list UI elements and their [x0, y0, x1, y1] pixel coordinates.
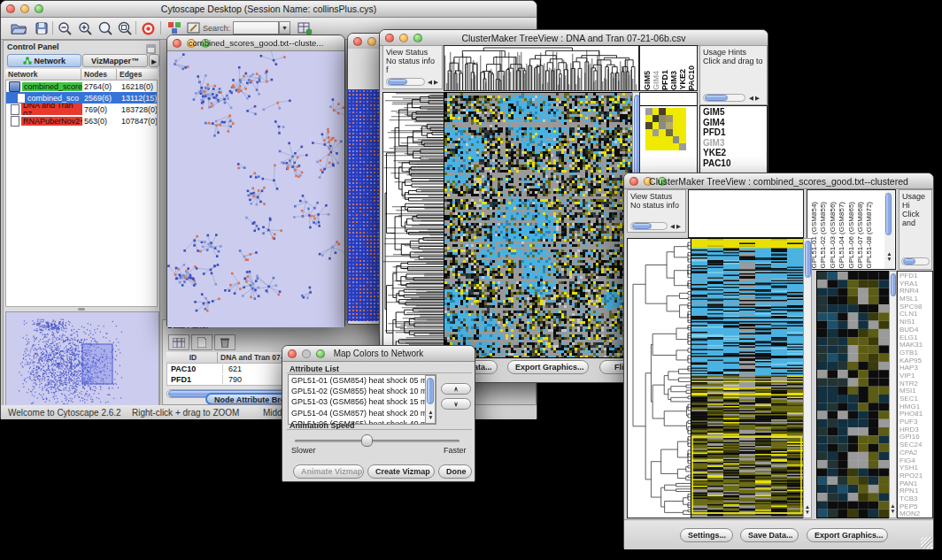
- gene-label[interactable]: PFD1: [703, 127, 767, 138]
- gene-label[interactable]: YKE2: [703, 148, 767, 158]
- column-label[interactable]: PAC10: [687, 65, 696, 90]
- matrix-cell[interactable]: [659, 108, 666, 115]
- save-data-button[interactable]: Save Data...: [740, 528, 799, 542]
- done-button[interactable]: Done: [438, 464, 472, 479]
- network-tree-row[interactable]: DNA and Tran 07 769(0) 183728(0): [6, 104, 157, 115]
- matrix-cell[interactable]: [659, 115, 666, 122]
- matrix-cell[interactable]: [645, 136, 652, 143]
- column-label[interactable]: GPL51-08 (GSM872): [865, 202, 874, 269]
- matrix-cell[interactable]: [673, 108, 680, 115]
- column-label[interactable]: GIM4: [652, 71, 660, 90]
- zoom-heatmap-vscrollbar[interactable]: ▲▼: [889, 271, 897, 518]
- network-graph-canvas[interactable]: [167, 51, 344, 327]
- search-input[interactable]: [233, 21, 279, 35]
- column-label[interactable]: GPL51-03 (GSM856): [829, 202, 838, 269]
- open-file-icon[interactable]: [10, 20, 27, 36]
- scroll-arrows[interactable]: ◀ ▶: [747, 96, 761, 101]
- save-icon[interactable]: [33, 20, 50, 36]
- matrix-cell[interactable]: [673, 115, 680, 122]
- zoom-out-icon[interactable]: [56, 20, 73, 36]
- column-label[interactable]: PFD1: [660, 70, 669, 90]
- resize-grip[interactable]: [921, 537, 932, 548]
- network-tree-row[interactable]: combined_scores 2764(0) 16218(0): [6, 81, 157, 92]
- heatmap-canvas[interactable]: [691, 238, 804, 518]
- matrix-cell[interactable]: [679, 108, 686, 115]
- gene-label[interactable]: MON2: [900, 510, 932, 518]
- settings-button[interactable]: Settings...: [680, 528, 733, 542]
- matrix-cell[interactable]: [659, 136, 666, 143]
- col-header-edges[interactable]: Edges: [117, 69, 158, 80]
- treeview2-window[interactable]: ClusterMaker TreeView : combined_scores_…: [623, 173, 934, 549]
- usage-hints-hscrollbar[interactable]: [901, 257, 930, 265]
- data-col-id[interactable]: ID: [166, 352, 218, 363]
- new-attribute-icon[interactable]: [191, 334, 212, 350]
- gene-label[interactable]: GIM3: [703, 138, 767, 149]
- network-view-titlebar[interactable]: combined_scores_good.txt--cluste...: [167, 35, 344, 51]
- animate-vizmap-button[interactable]: Animate Vizmap: [293, 464, 364, 479]
- attribute-list-item[interactable]: GPL51-02 (GSM855) heat shock 10 min: [289, 386, 436, 396]
- matrix-cell[interactable]: [679, 143, 686, 150]
- selected-cluster-matrix[interactable]: [645, 108, 686, 150]
- matrix-cell[interactable]: [645, 129, 652, 136]
- dialog-titlebar[interactable]: Map Colors to Network: [282, 346, 475, 362]
- treeview2-titlebar[interactable]: ClusterMaker TreeView : combined_scores_…: [624, 173, 933, 189]
- slider-thumb[interactable]: [361, 434, 373, 447]
- gene-label[interactable]: GIM4: [703, 118, 767, 128]
- map-colors-dialog[interactable]: Map Colors to Network Attribute List GPL…: [282, 345, 475, 482]
- network-view-window[interactable]: combined_scores_good.txt--cluste...: [166, 35, 345, 327]
- column-label[interactable]: YKE2: [678, 69, 687, 90]
- network-overview-canvas[interactable]: [5, 311, 159, 407]
- column-label[interactable]: GPL51-02 (GSM855): [819, 202, 828, 269]
- view-status-hscrollbar[interactable]: [630, 222, 668, 230]
- column-label[interactable]: GPL51-07 (GSM868): [856, 202, 865, 269]
- select-attributes-icon[interactable]: [168, 334, 189, 350]
- matrix-cell[interactable]: [679, 129, 686, 136]
- matrix-cell[interactable]: [666, 129, 673, 136]
- usage-hints-hscrollbar[interactable]: [703, 94, 745, 102]
- row-dendrogram-canvas[interactable]: [382, 92, 444, 358]
- view-status-hscrollbar[interactable]: [386, 78, 425, 86]
- matrix-cell[interactable]: [666, 136, 673, 143]
- column-label[interactable]: GPL51-04 (GSM857): [838, 202, 846, 269]
- search-dropdown-arrow-icon[interactable]: ▼: [279, 21, 290, 35]
- help-lifesaver-icon[interactable]: [139, 20, 157, 36]
- treeview1-titlebar[interactable]: ClusterMaker TreeView : DNA and Tran 07-…: [380, 30, 768, 46]
- delete-attribute-trash-icon[interactable]: [214, 334, 236, 350]
- main-titlebar[interactable]: Cytoscape Desktop (Session Name: collins…: [1, 1, 537, 18]
- matrix-cell[interactable]: [652, 136, 660, 143]
- animation-speed-slider[interactable]: [295, 440, 459, 442]
- matrix-cell[interactable]: [666, 115, 673, 122]
- attribute-listbox[interactable]: GPL51-01 (GSM854) heat shock 05 minGPL51…: [288, 374, 436, 425]
- create-vizmap-button[interactable]: Create Vizmap: [367, 464, 435, 479]
- attribute-list-vscrollbar[interactable]: ▲▼: [425, 375, 436, 424]
- matrix-cell[interactable]: [679, 122, 686, 129]
- gene-label[interactable]: GIM5: [703, 107, 767, 118]
- network-tree-table[interactable]: combined_scores 2764(0) 16218(0) combine…: [5, 80, 158, 307]
- matrix-cell[interactable]: [652, 129, 660, 136]
- column-labels[interactable]: GPL51-01 (GSM854)GPL51-02 (GSM855)GPL51-…: [810, 190, 883, 269]
- network-tree-row[interactable]: RNAPuberNov2+ 563(0) 107847(0): [6, 115, 157, 127]
- splitter-handle[interactable]: [78, 308, 85, 311]
- move-down-button[interactable]: ∨: [441, 398, 471, 410]
- matrix-cell[interactable]: [645, 108, 652, 115]
- matrix-cell[interactable]: [666, 122, 673, 129]
- matrix-cell[interactable]: [645, 122, 652, 129]
- zoom-in-icon[interactable]: [76, 20, 94, 36]
- scroll-arrows[interactable]: ◀ ▶: [427, 80, 439, 85]
- matrix-cell[interactable]: [652, 122, 660, 129]
- network-tree-row[interactable]: combined_sco 2569(6) 13112(15): [6, 92, 157, 104]
- matrix-cell[interactable]: [679, 136, 686, 143]
- column-labels-panel[interactable]: GIM5GIM4PFD1GIM3YKE2PAC10: [639, 45, 698, 91]
- matrix-cell[interactable]: [666, 108, 673, 115]
- gene-label[interactable]: PAC10: [703, 158, 767, 169]
- heatmap-canvas[interactable]: [444, 92, 633, 358]
- matrix-cell[interactable]: [679, 115, 686, 122]
- matrix-cell[interactable]: [652, 143, 660, 150]
- matrix-cell[interactable]: [652, 108, 660, 115]
- matrix-cell[interactable]: [659, 129, 666, 136]
- attribute-list-item[interactable]: GPL51-01 (GSM854) heat shock 05 min: [289, 375, 436, 386]
- tab-vizmapper[interactable]: VizMapper™: [82, 54, 148, 67]
- zoom-fit-icon[interactable]: [116, 20, 134, 36]
- column-label[interactable]: GIM5: [643, 71, 652, 90]
- matrix-cell[interactable]: [645, 115, 652, 122]
